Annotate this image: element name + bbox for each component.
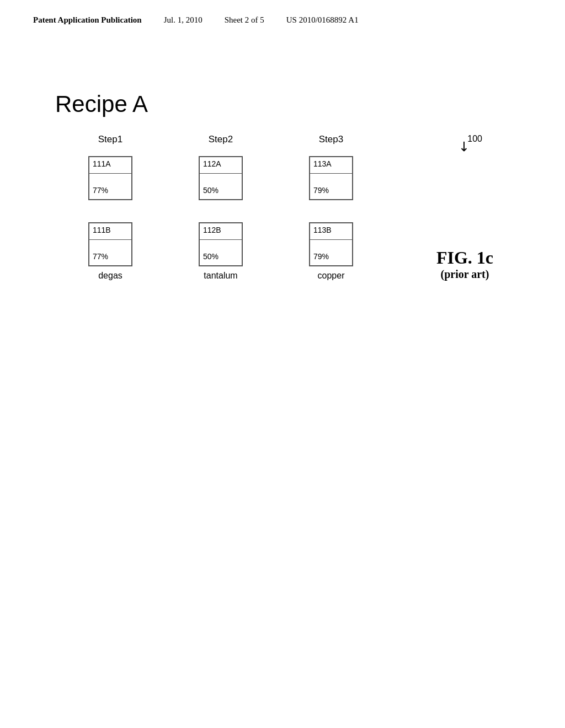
- chamber-col-112b: 112B 50% tantalum: [166, 222, 276, 281]
- chamber-id-113a: 113A: [313, 159, 332, 169]
- chamber-pct-112b: 50%: [203, 252, 218, 261]
- step1-header: Step1: [55, 134, 166, 145]
- fig-label-container: FIG. 1c (prior art): [436, 248, 493, 281]
- chamber-pct-111a: 77%: [93, 186, 108, 195]
- fig-label-sub: (prior art): [436, 268, 493, 281]
- chamber-pct-112a: 50%: [203, 186, 218, 195]
- chambers-container: 111A 77% 112A 50% 113A 79% 1: [55, 156, 510, 281]
- chamber-id-112b: 112B: [203, 226, 221, 235]
- chamber-pct-113b: 79%: [313, 252, 329, 261]
- header-sheet: Sheet 2 of 5: [225, 15, 264, 25]
- chamber-col-111b: 111B 77% degas: [55, 222, 166, 281]
- chamber-box-113b: 113B 79%: [309, 222, 353, 266]
- recipe-title: Recipe A: [55, 91, 510, 117]
- step3-header: Step3: [276, 134, 386, 145]
- fig-label: FIG. 1c: [436, 248, 493, 268]
- chamber-pct-111b: 77%: [93, 252, 108, 261]
- chamber-id-113b: 113B: [313, 226, 332, 235]
- chambers-row-b: 111B 77% degas 112B 50% tantalum 113B 79…: [55, 222, 510, 281]
- chamber-col-113a: 113A 79%: [276, 156, 386, 200]
- chamber-pct-113a: 79%: [313, 186, 329, 195]
- publication-label: Patent Application Publication: [33, 15, 142, 25]
- chamber-col-112a: 112A 50%: [166, 156, 276, 200]
- chamber-box-111a: 111A 77%: [88, 156, 132, 200]
- chamber-box-112b: 112B 50%: [199, 222, 243, 266]
- process-label-copper: copper: [318, 271, 345, 281]
- main-content: Recipe A Step1 Step2 Step3 100 ↗ 111A 77…: [0, 25, 565, 336]
- steps-header: Step1 Step2 Step3 100 ↗: [55, 134, 510, 145]
- chamber-id-111a: 111A: [93, 159, 111, 169]
- chamber-id-111b: 111B: [93, 226, 111, 235]
- chambers-row-a: 111A 77% 112A 50% 113A 79%: [55, 156, 510, 200]
- header-date: Jul. 1, 2010: [164, 15, 202, 25]
- process-label-degas: degas: [98, 271, 122, 281]
- chamber-id-112a: 112A: [203, 159, 221, 169]
- chamber-box-113a: 113A 79%: [309, 156, 353, 200]
- page-header: Patent Application Publication Jul. 1, 2…: [0, 0, 565, 25]
- chamber-box-111b: 111B 77%: [88, 222, 132, 266]
- chamber-col-111a: 111A 77%: [55, 156, 166, 200]
- process-label-tantalum: tantalum: [204, 271, 237, 281]
- step2-header: Step2: [166, 134, 276, 145]
- chamber-col-113b: 113B 79% copper: [276, 222, 386, 281]
- chamber-box-112a: 112A 50%: [199, 156, 243, 200]
- patent-number: US 2010/0168892 A1: [286, 15, 359, 25]
